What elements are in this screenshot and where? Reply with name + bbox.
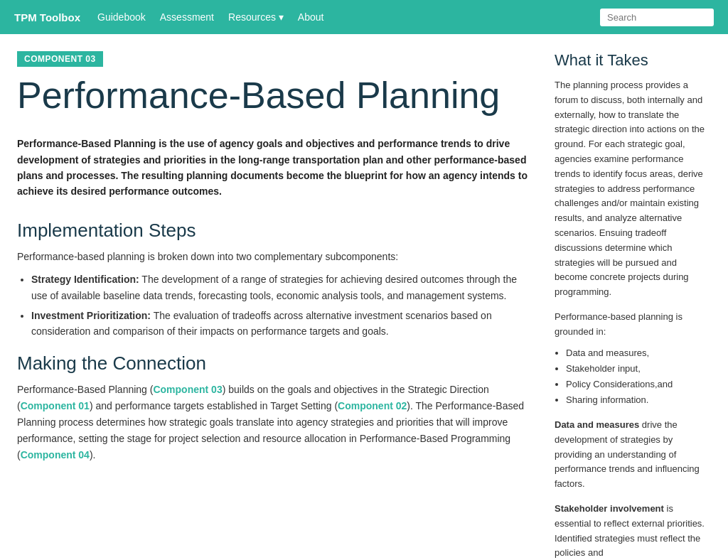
section2-heading: Making the Connection — [17, 352, 532, 375]
bullet2-term: Investment Prioritization: — [31, 310, 151, 321]
nav-link-guidebook[interactable]: Guidebook — [97, 11, 146, 23]
nav-links: Guidebook Assessment Resources ▾ About — [97, 11, 600, 23]
component04-link[interactable]: Component 04 — [21, 449, 90, 461]
list-item: Sharing information. — [566, 392, 711, 408]
page-title: Performance-Based Planning — [17, 75, 532, 116]
section1-intro: Performance-based planning is broken dow… — [17, 249, 532, 264]
list-item: Investment Prioritization: The evaluatio… — [31, 308, 532, 340]
nav-link-assessment[interactable]: Assessment — [160, 11, 214, 23]
component03-link[interactable]: Component 03 — [153, 384, 222, 395]
conn-text-8: ). — [90, 449, 96, 461]
intro-paragraph: Performance-Based Planning is the use of… — [17, 136, 532, 200]
section1-bullet-list: Strategy Identification: The development… — [31, 271, 532, 340]
stakeholder-label: Stakeholder involvement — [555, 503, 664, 514]
sidebar-paragraph1: The planning process provides a forum to… — [555, 78, 711, 300]
list-item: Policy Considerations,and — [566, 377, 711, 392]
page-container: COMPONENT 03 Performance-Based Planning … — [0, 34, 728, 560]
list-item: Strategy Identification: The development… — [31, 271, 532, 303]
sidebar-grounded-intro: Performance-based planning is grounded i… — [555, 310, 711, 340]
sidebar-title: What it Takes — [555, 51, 711, 70]
section1-heading: Implementation Steps — [17, 220, 532, 242]
conn-text-4: ) and performance targets established in… — [90, 400, 338, 411]
main-content: COMPONENT 03 Performance-Based Planning … — [17, 51, 532, 560]
sidebar: What it Takes The planning process provi… — [555, 51, 711, 560]
component02-link[interactable]: Component 02 — [338, 400, 407, 411]
nav-link-resources[interactable]: Resources ▾ — [228, 11, 284, 23]
sidebar-grounded-list: Data and measures, Stakeholder input, Po… — [566, 345, 711, 408]
bullet1-term: Strategy Identification: — [31, 274, 139, 285]
navbar: TPM Toolbox Guidebook Assessment Resourc… — [0, 0, 728, 34]
search-wrapper — [600, 9, 714, 26]
conn-text-0: Performance-Based Planning ( — [17, 384, 153, 395]
nav-link-about[interactable]: About — [298, 11, 324, 23]
nav-brand[interactable]: TPM Toolbox — [14, 11, 80, 23]
search-input[interactable] — [600, 9, 714, 26]
component01-link[interactable]: Component 01 — [21, 400, 90, 411]
sidebar-data-measures: Data and measures drive the development … — [555, 418, 711, 492]
data-measures-label: Data and measures — [555, 419, 639, 430]
list-item: Stakeholder input, — [566, 361, 711, 377]
connection-paragraph: Performance-Based Planning (Component 03… — [17, 382, 532, 463]
sidebar-stakeholder: Stakeholder involvement is essential to … — [555, 502, 711, 560]
component-badge: COMPONENT 03 — [17, 51, 103, 67]
list-item: Data and measures, — [566, 345, 711, 361]
